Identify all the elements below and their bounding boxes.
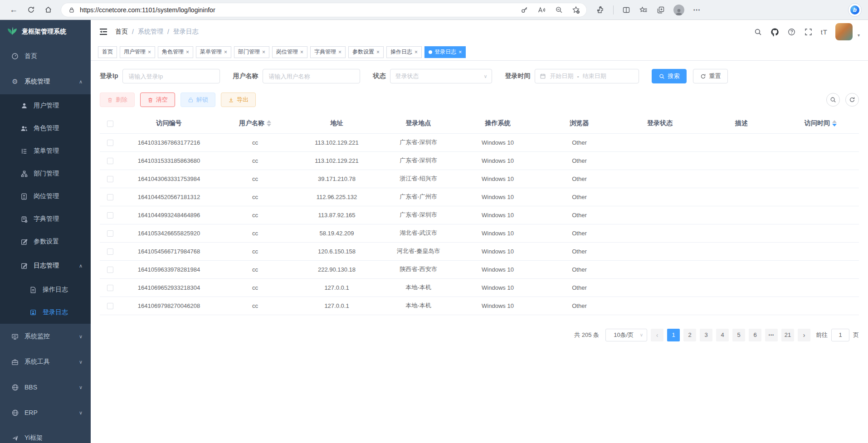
search-button[interactable]: 搜索 [652, 69, 687, 83]
github-icon[interactable] [770, 27, 780, 36]
collections-icon[interactable] [656, 5, 665, 15]
tab-menus[interactable]: 菜单管理× [196, 46, 231, 58]
row-checkbox[interactable] [107, 158, 113, 164]
close-icon[interactable]: × [262, 49, 265, 55]
copilot-icon[interactable]: b [848, 3, 862, 17]
page-size-select[interactable]: 10条/页 ∨ [605, 329, 647, 341]
table-row[interactable]: 1641053426655825920cc 58.19.42.209湖北省-武汉… [100, 224, 859, 242]
sidebar-item-operation-log[interactable]: 操作日志 [0, 278, 91, 301]
column-browser[interactable]: 浏览器 [540, 113, 619, 133]
close-icon[interactable]: × [148, 49, 151, 55]
tab-operation-log[interactable]: 操作日志× [386, 46, 422, 58]
tab-posts[interactable]: 岗位管理× [272, 46, 307, 58]
search-toggle-icon[interactable] [826, 93, 840, 107]
column-visit-id[interactable]: 访问编号 [120, 113, 218, 133]
table-row[interactable]: 1641069652933218304cc 127.0.0.1本地-本机 Win… [100, 278, 859, 297]
goto-page-input[interactable] [831, 329, 849, 341]
page-button-4[interactable]: 4 [716, 329, 729, 341]
refresh-table-icon[interactable] [845, 93, 859, 107]
row-checkbox[interactable] [107, 230, 113, 237]
extensions-icon[interactable] [596, 5, 605, 15]
tab-home[interactable]: 首页 [98, 46, 117, 58]
home-icon[interactable] [41, 3, 55, 17]
close-icon[interactable]: × [186, 49, 189, 55]
back-icon[interactable]: ← [6, 3, 21, 17]
favorites-icon[interactable] [639, 5, 648, 15]
select-all-checkbox[interactable] [107, 121, 113, 127]
split-screen-icon[interactable] [622, 5, 631, 15]
row-checkbox[interactable] [107, 285, 113, 291]
sidebar-item-posts[interactable]: 岗位管理 [0, 185, 91, 208]
user-avatar[interactable] [835, 23, 853, 40]
zoom-out-icon[interactable] [554, 5, 563, 15]
row-checkbox[interactable] [107, 303, 113, 309]
column-os[interactable]: 操作系统 [456, 113, 540, 133]
close-icon[interactable]: × [376, 49, 380, 55]
table-row[interactable]: 1641031367863177216cc 113.102.129.221广东省… [100, 133, 859, 151]
sidebar-item-menus[interactable]: 菜单管理 [0, 140, 91, 162]
refresh-icon[interactable] [24, 3, 38, 17]
tab-parameters[interactable]: 参数设置× [348, 46, 384, 58]
status-select[interactable]: 登录状态 ∨ [390, 69, 492, 83]
tab-departments[interactable]: 部门管理× [234, 46, 269, 58]
sidebar-item-users[interactable]: 用户管理 [0, 94, 91, 117]
sidebar-item-monitor[interactable]: 系统监控 ∨ [0, 324, 91, 349]
add-favorite-icon[interactable] [571, 5, 580, 15]
row-checkbox[interactable] [107, 267, 113, 273]
sidebar-item-login-log[interactable]: 登录日志 [0, 301, 91, 324]
page-button-5[interactable]: 5 [732, 329, 745, 341]
sidebar-item-home[interactable]: 首页 [0, 44, 91, 69]
sidebar-item-system[interactable]: ⚙ 系统管理 ∧ [0, 69, 91, 94]
sidebar-item-parameters[interactable]: 参数设置 [0, 230, 91, 253]
profile-icon[interactable] [673, 5, 684, 15]
delete-button[interactable]: 删除 [100, 92, 135, 107]
font-size-icon[interactable]: tT [821, 28, 828, 36]
app-logo[interactable]: 意框架管理系统 [0, 20, 91, 44]
table-row[interactable]: 1641054566717984768cc 120.6.150.158河北省-秦… [100, 242, 859, 260]
clear-button[interactable]: 清空 [140, 92, 175, 107]
close-icon[interactable]: × [300, 49, 303, 55]
sort-icon[interactable] [267, 120, 271, 127]
ip-input[interactable] [122, 69, 220, 83]
tab-login-log[interactable]: 登录日志× [424, 46, 466, 58]
next-page-button[interactable]: › [798, 329, 810, 341]
table-row[interactable]: 1641044520567181312cc 112.96.225.132广东省-… [100, 188, 859, 206]
prev-page-button[interactable]: ‹ [651, 329, 663, 341]
export-button[interactable]: 导出 [221, 92, 256, 107]
sidebar-item-logs[interactable]: 日志管理 ∧ [0, 253, 91, 278]
page-button-2[interactable]: 2 [683, 329, 696, 341]
reset-button[interactable]: 重置 [693, 69, 728, 83]
sidebar-item-dictionary[interactable]: 字典管理 [0, 208, 91, 230]
page-button-1[interactable]: 1 [667, 329, 680, 341]
row-checkbox[interactable] [107, 194, 113, 200]
table-row[interactable]: 1641031533185863680cc 113.102.129.221广东省… [100, 151, 859, 170]
chevron-down-icon[interactable]: ▾ [858, 33, 860, 38]
sort-icon[interactable] [832, 120, 837, 127]
column-login-status[interactable]: 登录状态 [619, 113, 701, 133]
column-location[interactable]: 登录地点 [381, 113, 456, 133]
table-row[interactable]: 1641059633978281984cc 222.90.130.18陕西省-西… [100, 260, 859, 278]
close-icon[interactable]: × [338, 49, 341, 55]
url-text[interactable]: https://ccnetcore.com:1101/system/log/lo… [80, 6, 516, 14]
help-icon[interactable] [787, 27, 796, 36]
sidebar-item-erp[interactable]: ERP ∨ [0, 400, 91, 425]
breadcrumb-item[interactable]: 首页 [115, 28, 128, 36]
table-row[interactable]: 1641044993248464896cc 113.87.92.165广东省-深… [100, 206, 859, 224]
page-button-6[interactable]: 6 [749, 329, 761, 341]
row-checkbox[interactable] [107, 212, 113, 219]
table-row[interactable]: 1641043063331753984cc 39.171.210.78浙江省-绍… [100, 170, 859, 188]
more-pages-icon[interactable]: ••• [765, 329, 778, 341]
search-icon[interactable] [754, 27, 763, 36]
column-username[interactable]: 用户名称 [218, 113, 293, 133]
page-button-3[interactable]: 3 [700, 329, 712, 341]
unlock-button[interactable]: 解锁 [180, 92, 215, 107]
close-icon[interactable]: × [224, 49, 227, 55]
tab-roles[interactable]: 角色管理× [158, 46, 193, 58]
read-aloud-icon[interactable] [537, 5, 546, 15]
date-range-picker[interactable]: 开始日期 - 结束日期 [535, 69, 639, 83]
sidebar-item-departments[interactable]: 部门管理 [0, 162, 91, 185]
row-checkbox[interactable] [107, 176, 113, 182]
sidebar-item-tools[interactable]: 系统工具 ∨ [0, 349, 91, 375]
close-icon[interactable]: × [458, 49, 462, 55]
tab-users[interactable]: 用户管理× [120, 46, 155, 58]
